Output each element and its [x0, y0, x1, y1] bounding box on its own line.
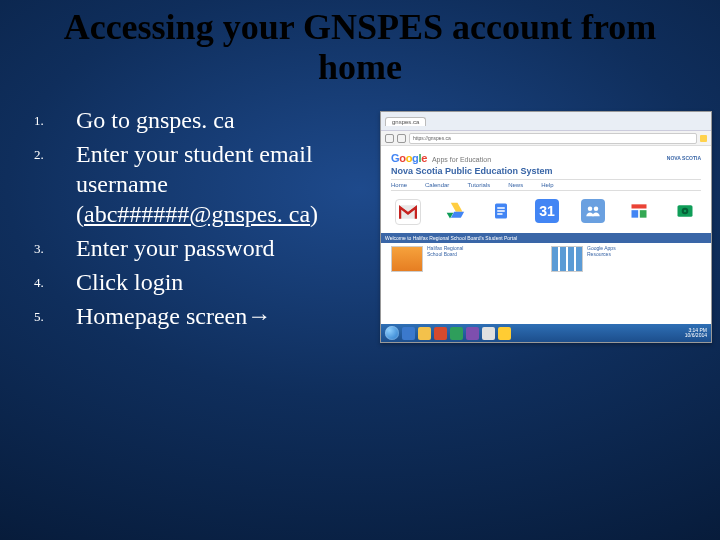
calendar-icon: 31: [535, 199, 559, 223]
body-row: Go to gnspes. ca Enter your student emai…: [30, 105, 690, 343]
taskbar-ie-icon: [402, 327, 415, 340]
nav-calendar: Calendar: [425, 182, 449, 188]
hrsb-thumb: [391, 246, 423, 272]
lower-right-block: Google AppsResources: [551, 246, 701, 320]
paren-open: (: [76, 201, 84, 227]
step-3-text: Enter your password: [76, 235, 275, 261]
portal-title: Nova Scotia Public Education System: [391, 166, 701, 176]
calendar-number: 31: [539, 203, 555, 219]
portal-nav: Home Calendar Tutorials News Help: [391, 179, 701, 191]
lower-left-block: Halifax RegionalSchool Board: [391, 246, 541, 320]
welcome-bar: Welcome to Halifax Regional School Board…: [381, 233, 711, 243]
svg-rect-2: [497, 210, 505, 212]
lower-row: Halifax RegionalSchool Board Google Apps…: [391, 246, 701, 320]
paren-close: ): [310, 201, 318, 227]
drive-icon: [443, 199, 467, 223]
svg-point-4: [588, 207, 593, 212]
svg-rect-7: [632, 210, 639, 218]
header-row: Google Apps for Education NOVA SCOTIA: [391, 152, 701, 164]
address-bar: https://gnspes.ca: [409, 133, 697, 144]
svg-rect-8: [640, 210, 647, 218]
step-2-email: abc######@gnspes. ca: [84, 201, 310, 227]
step-5: Homepage screen→: [70, 301, 380, 331]
sites-icon: [627, 199, 651, 223]
taskbar-app3-icon: [466, 327, 479, 340]
step-1: Go to gnspes. ca: [70, 105, 380, 135]
step-1-text: Go to gnspes. ca: [76, 107, 235, 133]
taskbar-app1-icon: [434, 327, 447, 340]
step-2: Enter your student email username (abc##…: [70, 139, 380, 229]
step-3: Enter your password: [70, 233, 380, 263]
taskbar-app4-icon: [482, 327, 495, 340]
nova-scotia-logo: NOVA SCOTIA: [667, 156, 701, 161]
svg-rect-1: [497, 207, 505, 209]
apps-for-education-label: Apps for Education: [432, 156, 491, 163]
gmail-icon: [395, 199, 421, 225]
taskbar-chrome-icon: [498, 327, 511, 340]
step-4-text: Click login: [76, 269, 183, 295]
arrow-icon: →: [247, 302, 271, 329]
star-icon: [700, 135, 707, 142]
nav-tutorials: Tutorials: [467, 182, 490, 188]
svg-point-5: [594, 207, 599, 212]
steps-list: Go to gnspes. ca Enter your student emai…: [30, 105, 380, 331]
svg-rect-3: [497, 213, 502, 215]
vault-icon: [673, 199, 697, 223]
google-apps-logo: Google Apps for Education: [391, 152, 491, 164]
step-5-text: Homepage screen: [76, 303, 247, 329]
step-2-text: Enter your student email username: [76, 141, 313, 197]
taskbar-folder-icon: [418, 327, 431, 340]
step-4: Click login: [70, 267, 380, 297]
browser-tab: gnspes.ca: [385, 117, 426, 126]
page-content: Google Apps for Education NOVA SCOTIA No…: [381, 146, 711, 324]
forward-icon: [397, 134, 406, 143]
svg-point-11: [684, 210, 687, 213]
apps-row: 31: [391, 195, 701, 233]
apps-thumb: [551, 246, 583, 272]
browser-toolbar: https://gnspes.ca: [381, 131, 711, 146]
google-wordmark: Google: [391, 152, 430, 164]
screenshot-column: gnspes.ca https://gnspes.ca Google: [380, 105, 712, 343]
svg-rect-6: [632, 205, 647, 209]
windows-taskbar: 3:14 PM 10/6/2014: [381, 324, 711, 342]
start-button-icon: [385, 326, 399, 340]
steps-column: Go to gnspes. ca Enter your student emai…: [30, 105, 380, 335]
taskbar-clock: 3:14 PM 10/6/2014: [685, 328, 707, 338]
back-icon: [385, 134, 394, 143]
browser-screenshot: gnspes.ca https://gnspes.ca Google: [380, 111, 712, 343]
taskbar-date: 10/6/2014: [685, 333, 707, 338]
docs-icon: [489, 199, 513, 223]
taskbar-app2-icon: [450, 327, 463, 340]
slide-title: Accessing your GNSPES account from home: [30, 8, 690, 87]
slide: Accessing your GNSPES account from home …: [0, 0, 720, 540]
nav-home: Home: [391, 182, 407, 188]
groups-icon: [581, 199, 605, 223]
lower-left-text: Halifax RegionalSchool Board: [427, 246, 463, 257]
browser-tabstrip: gnspes.ca: [381, 112, 711, 131]
nav-news: News: [508, 182, 523, 188]
nav-help: Help: [541, 182, 553, 188]
lower-right-text: Google AppsResources: [587, 246, 616, 257]
